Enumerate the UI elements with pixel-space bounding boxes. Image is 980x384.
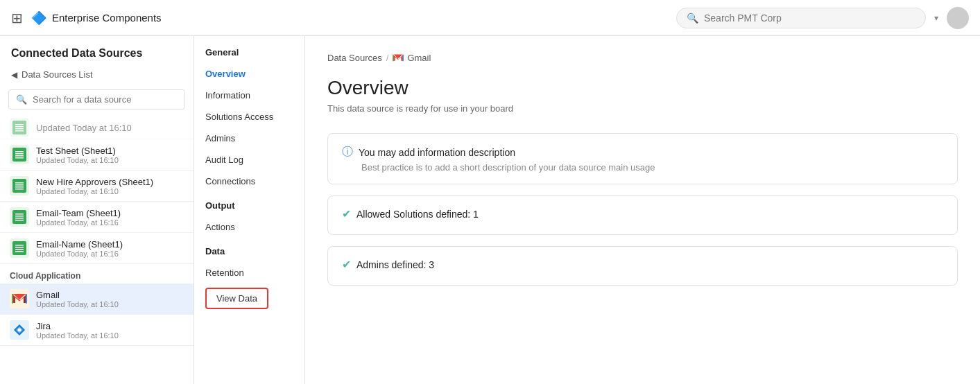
- logo-icon: 🔷: [31, 10, 46, 26]
- svg-rect-4: [15, 130, 24, 132]
- breadcrumb-separator: /: [386, 53, 389, 63]
- user-dropdown-arrow[interactable]: ▾: [934, 13, 938, 23]
- sidebar-item-jira-text: Jira Updated Today, at 16:10: [36, 321, 119, 340]
- list-item[interactable]: Updated Today at 16:10: [0, 116, 194, 139]
- info-card-subtitle: Best practice is to add a short descript…: [361, 162, 943, 173]
- general-section-label: General: [194, 47, 304, 63]
- sheets-icon: [10, 238, 29, 258]
- main-layout: Connected Data Sources ◀ Data Sources Li…: [0, 36, 980, 384]
- svg-rect-17: [15, 216, 24, 217]
- sheets-icon: [10, 176, 29, 195]
- nav-item-overview[interactable]: Overview: [194, 63, 304, 85]
- svg-rect-6: [15, 151, 24, 152]
- content-area: Data Sources / Gmail Overview This data …: [305, 36, 980, 384]
- svg-rect-19: [15, 220, 24, 221]
- svg-rect-28: [393, 54, 393, 61]
- check-icon-1: ⓘ: [342, 145, 353, 159]
- gmail-icon: [10, 289, 29, 308]
- sidebar-item-jira[interactable]: Jira Updated Today, at 16:10: [0, 315, 194, 346]
- breadcrumb: Data Sources / Gmail: [327, 53, 958, 63]
- jira-icon: [10, 320, 29, 340]
- nav-item-actions[interactable]: Actions: [194, 216, 304, 238]
- svg-rect-8: [15, 155, 24, 157]
- svg-rect-24: [15, 251, 24, 252]
- info-card-solutions-title: ✔ Allowed Solutions defined: 1: [342, 207, 943, 220]
- breadcrumb-gmail-label: Gmail: [407, 53, 431, 63]
- app-title: Enterprise Components: [52, 12, 162, 24]
- svg-rect-12: [15, 184, 24, 186]
- info-card-solutions: ✔ Allowed Solutions defined: 1: [327, 195, 958, 235]
- data-section-label: Data: [194, 238, 304, 262]
- nav-item-retention[interactable]: Retention: [194, 262, 304, 283]
- sidebar-header: Connected Data Sources: [0, 36, 194, 65]
- svg-rect-10: [12, 179, 26, 193]
- search-icon: 🔍: [687, 12, 698, 24]
- svg-rect-25: [12, 294, 13, 304]
- svg-rect-18: [15, 218, 24, 219]
- check-icon-3: ✔: [342, 258, 351, 271]
- breadcrumb-datasources[interactable]: Data Sources: [327, 53, 382, 63]
- sidebar-item-text: Updated Today at 16:10: [36, 123, 132, 133]
- top-navigation: ⊞ 🔷 Enterprise Components 🔍 ▾: [0, 0, 980, 36]
- svg-rect-26: [26, 294, 27, 304]
- middle-navigation: General Overview Information Solutions A…: [194, 36, 305, 384]
- info-card-description: ⓘ You may add information description Be…: [327, 133, 958, 184]
- output-section-label: Output: [194, 192, 304, 216]
- info-card-admins: ✔ Admins defined: 3: [327, 246, 958, 286]
- svg-rect-13: [15, 186, 24, 188]
- breadcrumb-gmail[interactable]: Gmail: [393, 53, 431, 63]
- sheets-icon: [10, 118, 29, 137]
- info-card-title: ⓘ You may add information description: [342, 145, 943, 159]
- nav-item-connections[interactable]: Connections: [194, 171, 304, 192]
- back-arrow-icon: ◀: [11, 70, 17, 80]
- sidebar-item-text: New Hire Approvers (Sheet1) Updated Toda…: [36, 177, 153, 195]
- svg-rect-15: [12, 210, 26, 224]
- sidebar-item-text: Email-Team (Sheet1) Updated Today, at 16…: [36, 208, 121, 227]
- svg-rect-22: [15, 247, 24, 248]
- grid-icon[interactable]: ⊞: [11, 10, 23, 26]
- svg-rect-9: [15, 157, 24, 159]
- sidebar-item-text: Email-Name (Sheet1) Updated Today, at 16…: [36, 239, 123, 258]
- list-item[interactable]: Email-Team (Sheet1) Updated Today, at 16…: [0, 202, 194, 233]
- search-datasource-icon: 🔍: [16, 94, 27, 105]
- info-card-admins-title: ✔ Admins defined: 3: [342, 258, 943, 271]
- svg-rect-3: [15, 128, 24, 130]
- list-item[interactable]: Test Sheet (Sheet1) Updated Today, at 16…: [0, 139, 194, 171]
- cloud-section-label: Cloud Application: [0, 264, 194, 283]
- back-link-label: Data Sources List: [22, 69, 93, 80]
- nav-item-information[interactable]: Information: [194, 85, 304, 106]
- nav-item-view-data-wrapper: View Data: [194, 283, 304, 313]
- sheets-icon: [10, 145, 29, 164]
- svg-rect-2: [15, 126, 24, 128]
- page-title: Overview: [327, 77, 958, 99]
- svg-rect-29: [403, 54, 404, 61]
- nav-item-audit-log[interactable]: Audit Log: [194, 149, 304, 171]
- global-search[interactable]: 🔍: [676, 8, 926, 28]
- back-to-list[interactable]: ◀ Data Sources List: [0, 65, 194, 85]
- list-item[interactable]: New Hire Approvers (Sheet1) Updated Toda…: [0, 171, 194, 202]
- page-subtitle: This data source is ready for use in you…: [327, 103, 958, 114]
- svg-rect-5: [12, 148, 26, 162]
- list-item[interactable]: Email-Name (Sheet1) Updated Today, at 16…: [0, 233, 194, 264]
- check-icon-2: ✔: [342, 207, 351, 220]
- nav-item-solutions-access[interactable]: Solutions Access: [194, 106, 304, 128]
- search-datasource-input[interactable]: [33, 94, 178, 105]
- svg-rect-14: [15, 189, 24, 190]
- app-logo: 🔷 Enterprise Components: [31, 10, 162, 26]
- svg-rect-21: [15, 245, 24, 246]
- svg-rect-0: [12, 121, 26, 134]
- svg-point-27: [18, 329, 22, 332]
- user-avatar[interactable]: [947, 7, 969, 29]
- sidebar-item-gmail[interactable]: Gmail Updated Today, at 16:10: [0, 283, 194, 315]
- nav-item-admins[interactable]: Admins: [194, 128, 304, 149]
- sidebar-item-gmail-text: Gmail Updated Today, at 16:10: [36, 290, 119, 308]
- svg-rect-1: [15, 124, 24, 125]
- search-data-source[interactable]: 🔍: [8, 89, 185, 110]
- svg-rect-23: [15, 249, 24, 250]
- sidebar-item-text: Test Sheet (Sheet1) Updated Today, at 16…: [36, 146, 119, 164]
- sheets-icon: [10, 207, 29, 227]
- global-search-input[interactable]: [704, 12, 915, 24]
- view-data-button[interactable]: View Data: [205, 288, 268, 309]
- svg-rect-7: [15, 153, 24, 155]
- svg-rect-16: [15, 213, 24, 215]
